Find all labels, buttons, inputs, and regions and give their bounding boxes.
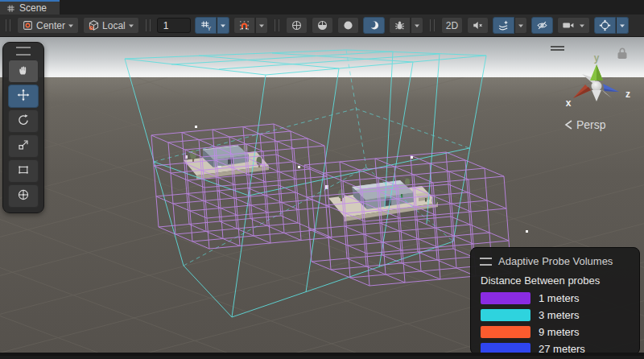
projection-label: Persp (576, 118, 606, 131)
legend-subtitle: Distance Between probes (481, 274, 630, 287)
tab-scene[interactable]: Scene (0, 0, 60, 14)
pivot-mode-label: Center (36, 20, 65, 31)
legend-item: 1 meters (481, 292, 630, 304)
tools-overlay-handle[interactable] (16, 47, 31, 56)
unity-scene-window: Scene Center Local (0, 0, 644, 359)
tool-transform-button[interactable] (8, 184, 39, 208)
sphere-wireframe-icon (291, 19, 303, 31)
adaptive-probe-volumes-panel: Adaptive Probe Volumes Distance Between … (470, 247, 640, 355)
chevron-down-icon (518, 23, 524, 29)
scene-camera-icon (562, 19, 576, 31)
sky (0, 37, 644, 77)
scene-lighting-toggle[interactable] (363, 17, 385, 34)
chevron-down-icon (128, 23, 134, 29)
panel-title: Adaptive Probe Volumes (498, 255, 613, 267)
scene-camera-dropdown[interactable] (557, 17, 590, 34)
panel-drag-handle[interactable] (480, 258, 492, 266)
shading-shaded-button[interactable] (337, 17, 359, 34)
overlay-drag-handle[interactable] (275, 19, 279, 31)
snap-increment-button[interactable] (233, 17, 255, 34)
pivot-mode-dropdown[interactable]: Center (17, 17, 79, 34)
orientation-dropdown[interactable]: Local (83, 17, 139, 34)
audio-toggle[interactable] (467, 17, 489, 34)
tab-scene-label: Scene (19, 2, 47, 14)
snap-increment-magnet-icon (238, 19, 250, 31)
tool-rect-button[interactable] (8, 159, 39, 183)
gizmos-dropdown[interactable] (616, 17, 629, 34)
legend-label: 9 meters (539, 326, 580, 338)
window-edge (0, 353, 644, 356)
debug-mode-dropdown[interactable] (411, 17, 423, 34)
gizmo-axis-x-label: x (566, 97, 572, 109)
debug-bug-icon (394, 19, 406, 31)
rect-tool-icon (17, 163, 30, 180)
orientation-cube-icon (88, 19, 100, 31)
grid-options-dropdown[interactable] (217, 17, 229, 34)
gizmo-axis-y-label: y (594, 52, 600, 64)
orientation-label: Local (102, 20, 126, 31)
mode-2d-label: 2D (446, 20, 458, 31)
effects-toggle[interactable] (493, 17, 514, 34)
legend-item: 9 meters (481, 326, 630, 338)
snap-options-dropdown[interactable] (255, 17, 268, 34)
grid-visibility-group: Y (195, 17, 229, 34)
tool-view-hand-button[interactable] (8, 60, 39, 83)
legend-color-swatch (481, 326, 530, 338)
svg-text:Y: Y (207, 26, 211, 31)
chevron-down-icon (68, 23, 74, 29)
effects-group (493, 17, 527, 34)
scale-icon (17, 138, 30, 155)
audio-mute-icon (472, 19, 484, 31)
shading-wireframe-button[interactable] (286, 17, 308, 34)
hand-icon (17, 64, 30, 80)
scene-toolbar: Center Local Y (0, 14, 644, 37)
tool-scale-button[interactable] (8, 134, 39, 158)
sphere-half-shaded-icon (316, 19, 328, 31)
overlay-drag-handle[interactable] (146, 19, 151, 31)
chevron-down-icon (414, 23, 420, 29)
pivot-icon (22, 19, 34, 31)
sphere-shaded-icon (342, 19, 354, 31)
chevron-down-icon (619, 23, 625, 29)
rotate-icon (17, 113, 30, 130)
chevron-down-icon (579, 23, 585, 29)
overlay-drag-handle[interactable] (6, 19, 10, 31)
legend-item: 3 meters (481, 309, 630, 321)
tools-overlay (2, 42, 44, 213)
chevron-down-icon (220, 23, 226, 29)
shading-shaded-wireframe-button[interactable] (312, 17, 333, 34)
effects-icon (497, 19, 510, 31)
tool-move-button[interactable] (8, 85, 39, 108)
legend-color-swatch (481, 309, 530, 321)
grid-snap-toggle-button[interactable]: Y (195, 17, 217, 34)
move-icon (17, 89, 30, 105)
tool-rotate-button[interactable] (8, 109, 39, 133)
debug-mode-button[interactable] (389, 17, 411, 34)
chevron-down-icon (258, 23, 265, 29)
gizmos-toggle[interactable] (594, 17, 616, 34)
snap-increment-group (233, 17, 268, 34)
legend-items: 1 meters3 meters9 meters27 meters (480, 292, 630, 355)
legend-label: 3 meters (539, 309, 580, 321)
gizmos-group (594, 17, 629, 34)
gizmo-core[interactable] (592, 81, 602, 92)
gizmos-icon (599, 19, 611, 31)
tab-bar: Scene (0, 0, 644, 14)
visibility-hidden-eye-icon (536, 19, 548, 31)
overlay-drag-handle[interactable] (430, 19, 435, 31)
scene-viewport-area: y x z Persp (0, 37, 644, 356)
debug-draw-mode-group (389, 17, 423, 34)
scene-grid-icon (6, 4, 15, 13)
grid-size-input[interactable] (157, 18, 191, 33)
moon-icon (368, 19, 380, 31)
grid-snap-axis-y-icon: Y (200, 19, 212, 31)
effects-dropdown[interactable] (514, 17, 527, 34)
gizmo-axis-z-label: z (625, 89, 630, 100)
mode-2d-toggle[interactable]: 2D (441, 17, 463, 34)
legend-color-swatch (481, 292, 530, 304)
transform-icon (17, 188, 30, 204)
legend-label: 1 meters (539, 292, 580, 304)
scene-visibility-toggle[interactable] (531, 17, 553, 34)
